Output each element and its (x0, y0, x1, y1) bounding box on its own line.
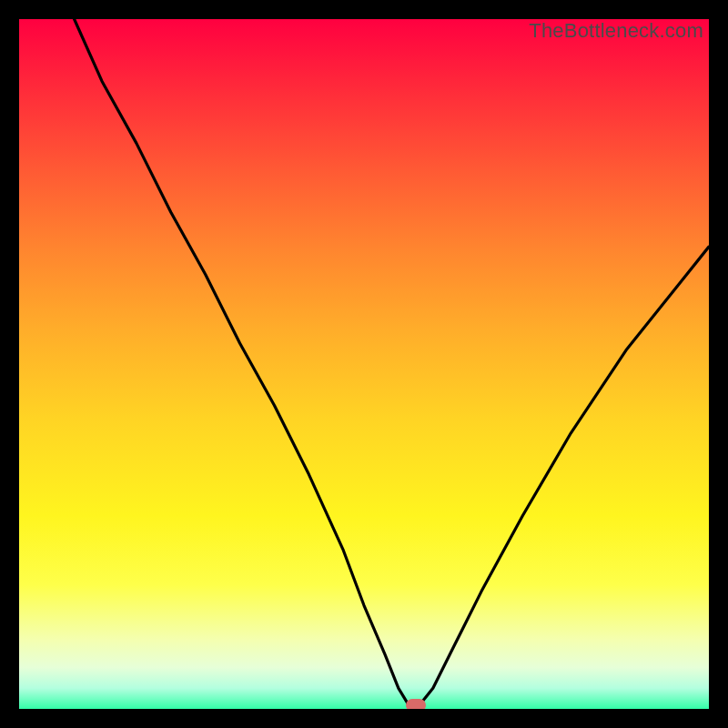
chart-stage: TheBottleneck.com (0, 0, 728, 728)
watermark-text: TheBottleneck.com (529, 19, 703, 43)
plot-area: TheBottleneck.com (19, 19, 709, 709)
optimal-point-marker (406, 699, 426, 709)
bottleneck-curve (19, 19, 709, 709)
